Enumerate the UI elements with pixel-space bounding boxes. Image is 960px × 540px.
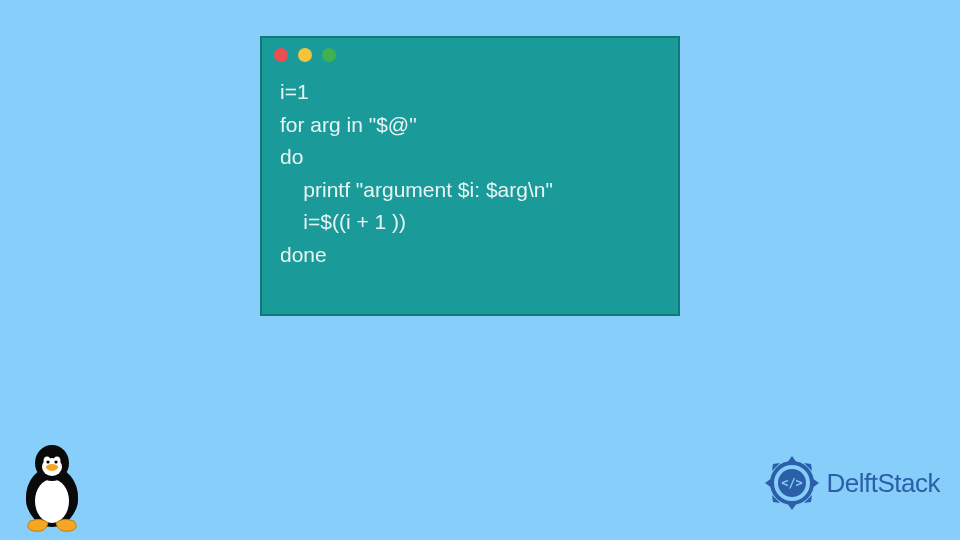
code-line: i=1	[280, 76, 660, 109]
tux-linux-icon	[12, 439, 92, 534]
svg-point-1	[35, 479, 69, 523]
code-line: done	[280, 239, 660, 272]
delftstack-logo-icon: </>	[763, 454, 821, 512]
close-icon	[274, 48, 288, 62]
svg-text:</>: </>	[781, 476, 803, 490]
code-line: do	[280, 141, 660, 174]
maximize-icon	[322, 48, 336, 62]
minimize-icon	[298, 48, 312, 62]
code-line: for arg in "$@"	[280, 109, 660, 142]
svg-point-6	[46, 460, 49, 463]
svg-point-8	[46, 464, 58, 470]
code-line: i=$((i + 1 ))	[280, 206, 660, 239]
delftstack-brand: </> DelftStack	[763, 454, 941, 512]
code-line: printf "argument $i: $arg\n"	[280, 174, 660, 207]
code-body: i=1 for arg in "$@" do printf "argument …	[262, 72, 678, 289]
code-window: i=1 for arg in "$@" do printf "argument …	[260, 36, 680, 316]
svg-point-7	[54, 460, 57, 463]
window-titlebar	[262, 38, 678, 72]
brand-name: DelftStack	[827, 468, 941, 499]
